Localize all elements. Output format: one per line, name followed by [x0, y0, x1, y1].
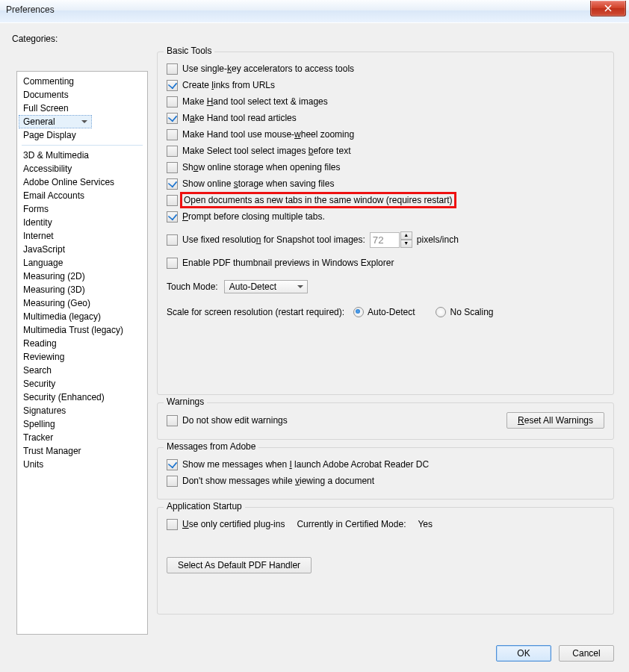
scale-auto-label: Auto-Detect — [368, 307, 415, 317]
basic-row: Open documents as new tabs in the same w… — [167, 193, 604, 208]
scale-label: Scale for screen resolution (restart req… — [167, 307, 344, 317]
certified-plugins-checkbox[interactable] — [167, 519, 178, 530]
group-legend: Application Startup — [164, 501, 245, 511]
category-item[interactable]: Internet — [19, 229, 146, 243]
category-item[interactable]: Security (Enhanced) — [19, 391, 146, 404]
edit-warnings-checkbox[interactable] — [167, 415, 178, 426]
basic-checkbox-label: Show online storage when saving files — [182, 178, 334, 189]
basic-checkbox[interactable] — [167, 211, 178, 223]
category-item[interactable]: Search — [19, 364, 146, 377]
snapshot-row: Use fixed resolution for Snapshot tool i… — [167, 231, 604, 248]
basic-checkbox[interactable] — [167, 195, 178, 206]
basic-checkbox-label: Open documents as new tabs in the same w… — [180, 192, 456, 208]
basic-row: Prompt before closing multiple tabs. — [167, 209, 604, 224]
snapshot-label: Use fixed resolution for Snapshot tool i… — [182, 234, 365, 245]
group-warnings: Warnings Do not show edit warnings Reset… — [157, 402, 614, 440]
scale-noscale-radio[interactable] — [436, 307, 446, 317]
reset-warnings-button[interactable]: Reset All Warnings — [506, 412, 604, 429]
basic-checkbox-label: Create links from URLs — [182, 80, 275, 90]
category-item[interactable]: Measuring (2D) — [19, 270, 146, 283]
touch-row: Touch Mode: Auto-Detect — [167, 279, 604, 294]
preferences-window: Preferences Categories: CommentingDocume… — [0, 0, 629, 672]
category-item[interactable]: Units — [19, 458, 146, 471]
category-item[interactable]: Language — [19, 256, 146, 270]
category-item[interactable]: Full Screen — [19, 102, 146, 115]
basic-checkbox-label: Use single-key accelerators to access to… — [182, 63, 354, 74]
group-legend: Messages from Adobe — [164, 441, 258, 452]
snapshot-value[interactable] — [370, 232, 400, 248]
adobe-viewing-checkbox[interactable] — [167, 476, 178, 487]
scale-auto-radio[interactable] — [353, 307, 364, 317]
categories-label: Categories: — [12, 34, 617, 44]
category-item[interactable]: 3D & Multimedia — [19, 149, 146, 162]
touch-label: Touch Mode: — [167, 281, 218, 292]
basic-checkbox-label: Make Hand tool read articles — [182, 113, 297, 123]
category-item[interactable]: Email Accounts — [19, 189, 146, 202]
basic-checkbox[interactable] — [167, 96, 178, 108]
default-pdf-handler-button[interactable]: Select As Default PDF Handler — [167, 557, 312, 573]
basic-row: Use single-key accelerators to access to… — [167, 61, 604, 76]
cancel-button[interactable]: Cancel — [559, 645, 614, 662]
dialog-body: Categories: CommentingDocumentsFull Scre… — [0, 22, 629, 672]
basic-row: Show online storage when saving files — [167, 176, 604, 191]
category-item[interactable]: Signatures — [19, 404, 146, 417]
categories-list[interactable]: CommentingDocumentsFull ScreenGeneralPag… — [16, 71, 148, 635]
adobe-launch-label: Show me messages when I launch Adobe Acr… — [182, 459, 429, 470]
basic-row: Make Select tool select images before te… — [167, 143, 604, 158]
category-item[interactable]: Page Display — [19, 128, 146, 142]
category-item[interactable]: Measuring (Geo) — [19, 296, 146, 310]
category-item[interactable]: Adobe Online Services — [19, 175, 146, 189]
category-item[interactable]: General — [19, 115, 92, 128]
thumb-row: Enable PDF thumbnail previews in Windows… — [167, 255, 604, 270]
basic-checkbox[interactable] — [167, 129, 178, 140]
basic-checkbox[interactable] — [167, 113, 178, 124]
close-button[interactable] — [590, 1, 626, 16]
basic-checkbox[interactable] — [167, 63, 178, 75]
window-title: Preferences — [6, 4, 55, 15]
snapshot-checkbox[interactable] — [167, 234, 178, 246]
basic-checkbox[interactable] — [167, 162, 178, 173]
thumb-checkbox[interactable] — [167, 258, 178, 269]
group-legend: Basic Tools — [164, 46, 214, 56]
category-item[interactable]: Multimedia (legacy) — [19, 310, 146, 323]
group-basic-tools: Basic Tools Use single-key accelerators … — [157, 52, 614, 395]
thumb-label: Enable PDF thumbnail previews in Windows… — [182, 258, 394, 268]
category-item[interactable]: Forms — [19, 202, 146, 216]
group-legend: Warnings — [164, 396, 207, 407]
cert-mode-label: Currently in Certified Mode: — [297, 519, 406, 529]
touch-mode-select[interactable]: Auto-Detect — [224, 280, 308, 293]
basic-checkbox[interactable] — [167, 146, 178, 157]
touch-mode-value: Auto-Detect — [229, 281, 276, 292]
basic-row: Make Hand tool select text & images — [167, 94, 604, 109]
basic-checkbox-label: Make Select tool select images before te… — [182, 146, 350, 156]
adobe-launch-checkbox[interactable] — [167, 459, 178, 470]
category-item[interactable]: Security — [19, 377, 146, 391]
close-icon — [604, 4, 612, 12]
category-item[interactable]: JavaScript — [19, 243, 146, 256]
category-item[interactable]: Multimedia Trust (legacy) — [19, 323, 146, 337]
basic-checkbox[interactable] — [167, 178, 178, 190]
basic-checkbox[interactable] — [167, 80, 178, 91]
spin-up-icon[interactable]: ▲ — [400, 231, 412, 240]
group-app-startup: Application Startup Use only certified p… — [157, 507, 614, 615]
category-item[interactable]: Commenting — [19, 75, 146, 88]
category-item[interactable]: Spelling — [19, 417, 146, 431]
basic-row: Make Hand tool read articles — [167, 111, 604, 125]
basic-row: Create links from URLs — [167, 78, 604, 93]
dialog-footer: OK Cancel — [496, 645, 614, 662]
cert-mode-value: Yes — [418, 519, 433, 529]
category-item[interactable]: Measuring (3D) — [19, 283, 146, 296]
category-item[interactable]: Accessibility — [19, 162, 146, 175]
category-item[interactable]: Documents — [19, 88, 146, 102]
ok-button[interactable]: OK — [496, 645, 551, 662]
category-item[interactable]: Trust Manager — [19, 444, 146, 458]
category-item[interactable]: Reviewing — [19, 350, 146, 364]
basic-checkbox-label: Make Hand tool select text & images — [182, 96, 328, 107]
category-item[interactable]: Identity — [19, 216, 146, 229]
edit-warnings-label: Do not show edit warnings — [182, 415, 288, 426]
snapshot-spinner[interactable]: ▲▼ — [370, 231, 412, 248]
spin-down-icon[interactable]: ▼ — [400, 240, 412, 248]
basic-row: Show online storage when opening files — [167, 160, 604, 175]
category-item[interactable]: Reading — [19, 337, 146, 350]
category-item[interactable]: Tracker — [19, 431, 146, 444]
